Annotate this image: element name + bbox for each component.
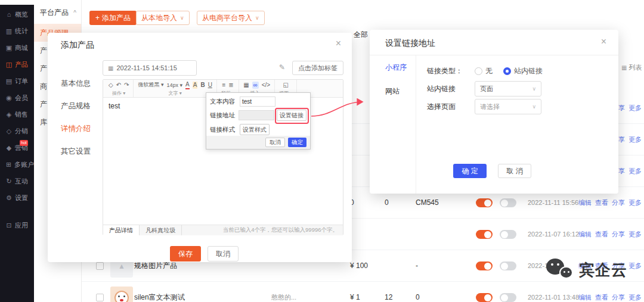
product-code: 0 <box>416 282 420 302</box>
bg-color-icon[interactable]: A <box>193 82 198 89</box>
collapse-icon[interactable]: ^ <box>73 10 76 16</box>
sidebar-item-mall[interactable]: ▣商城 <box>0 39 34 56</box>
status-toggle-off[interactable] <box>500 198 516 207</box>
underline-icon[interactable]: U <box>208 82 212 89</box>
status-toggle-off[interactable] <box>500 261 516 270</box>
editor-tab[interactable]: 产品详情 <box>103 225 140 235</box>
toolbar-icons: 微软雅黑 ▾14px ▾AABU <box>138 81 212 89</box>
bold-icon[interactable]: B <box>200 82 205 89</box>
action-link[interactable]: 更多 <box>628 187 642 219</box>
redo-icon[interactable]: ↷ <box>124 82 129 89</box>
font-color-icon[interactable]: A <box>185 81 190 89</box>
status-toggle-off[interactable] <box>500 293 516 302</box>
code-icon[interactable]: </> <box>262 82 270 89</box>
tag-icon[interactable]: ✎ <box>279 63 285 71</box>
action-link[interactable]: 分享 <box>612 282 625 302</box>
product-thumbnail <box>110 287 133 302</box>
status-toggle-on[interactable] <box>476 230 493 239</box>
action-link[interactable]: 分享 <box>612 219 625 250</box>
add-product-modal: 添加产品 × 基本信息产品规格详情介绍其它设置 ▦ 2022-11-15 14:… <box>48 33 352 262</box>
status-toggle-off[interactable] <box>500 230 516 239</box>
toggle-knob <box>501 263 508 270</box>
sidebar-item-multi-account[interactable]: ⊞多账户 <box>0 156 34 173</box>
confirm-button[interactable]: 确 定 <box>453 164 487 178</box>
action-link[interactable]: 更多 <box>628 250 642 282</box>
action-link[interactable]: 查看 <box>595 219 608 250</box>
link-target-tab[interactable]: 网站 <box>370 79 416 103</box>
image-icon[interactable]: ▦ <box>243 82 249 89</box>
action-link[interactable]: 编辑 <box>578 219 592 250</box>
sidebar-item-label: 概览 <box>15 10 28 19</box>
action-link[interactable]: 更多 <box>628 219 642 250</box>
save-button[interactable]: 保存 <box>170 246 201 261</box>
sidebar-item-stats[interactable]: ▥统计 <box>0 23 34 39</box>
row-checkbox[interactable] <box>96 294 104 301</box>
action-link[interactable]: 更多 <box>628 92 642 124</box>
status-toggle-on[interactable] <box>476 293 493 302</box>
sidebar-item-interaction[interactable]: ↻互动 <box>0 173 34 189</box>
row-date: 2022-11-07 16:12 <box>528 219 579 250</box>
close-icon[interactable]: × <box>336 38 341 49</box>
editor-tab[interactable]: 凡科真垃圾 <box>140 225 182 235</box>
action-link[interactable]: 编辑 <box>578 282 592 302</box>
cancel-button[interactable]: 取消 <box>208 246 239 261</box>
sidebar-item-distribution[interactable]: ◇分销 <box>0 123 34 139</box>
set-style-button[interactable]: 设置样式 <box>240 124 270 135</box>
style-icon[interactable]: ◇ <box>109 82 113 89</box>
link-icon[interactable]: ∞ <box>252 82 259 89</box>
set-link-button[interactable]: 设置链接 <box>277 110 306 121</box>
product-name: silen富文本测试 <box>134 282 185 302</box>
wechat-logo-icon <box>546 257 575 282</box>
popup-cancel-button[interactable]: 取消 <box>265 138 285 147</box>
status-toggle-on[interactable] <box>476 261 493 270</box>
sidebar-item-label: 产品 <box>15 60 28 69</box>
row-checkbox[interactable] <box>96 262 104 270</box>
modal-tab[interactable]: 基本信息 <box>48 72 100 95</box>
action-link[interactable]: 更多 <box>628 282 642 302</box>
radio-none-label[interactable]: 无 <box>485 66 493 76</box>
link-popup: 文本内容 链接地址 设置链接 链接样式 设置样式 取消 确定 <box>206 92 311 150</box>
radio-internal-label[interactable]: 站内链接 <box>514 66 543 76</box>
page-select[interactable]: 请选择 ∨ <box>475 99 541 114</box>
radio-none[interactable] <box>475 67 482 75</box>
sidebar-item-settings[interactable]: ⚙设置 <box>0 189 34 206</box>
sidebar-item-products[interactable]: ◫产品 <box>0 56 34 73</box>
text-content-input[interactable] <box>240 96 275 107</box>
close-icon[interactable]: × <box>601 36 606 47</box>
select-page-label: 选择页面 <box>427 102 475 112</box>
status-toggle-on[interactable] <box>476 198 493 207</box>
action-link[interactable]: 更多 <box>628 124 642 155</box>
toolbar-group-caption[interactable]: 文字 ▾ <box>169 90 182 96</box>
internal-link-label: 站内链接 <box>427 84 475 94</box>
internal-link-select[interactable]: 页面 ∨ <box>475 81 541 96</box>
modal-tab[interactable]: 其它设置 <box>48 140 100 163</box>
modal-tab[interactable]: 详情介绍 <box>48 117 100 140</box>
modal-tab[interactable]: 产品规格 <box>48 95 100 117</box>
action-link[interactable]: 更多 <box>628 155 642 187</box>
sidebar-item-marketing[interactable]: ◆营销hot <box>0 139 34 156</box>
link-target-tab[interactable]: 小程序 <box>370 55 416 79</box>
link-url-input[interactable] <box>239 110 274 120</box>
font-family-select[interactable]: 微软雅黑 ▾ <box>138 81 163 89</box>
sidebar-item-members[interactable]: ◉会员 <box>0 89 34 106</box>
date-input[interactable]: ▦ 2022-11-15 14:51:15 <box>103 60 197 76</box>
cancel-button[interactable]: 取 消 <box>498 164 531 178</box>
sidebar-item-orders[interactable]: ▤订单 <box>0 73 34 89</box>
fullscreen-icon[interactable]: ◱ <box>283 82 289 89</box>
radio-internal-link[interactable] <box>503 67 511 75</box>
font-size-select[interactable]: 14px ▾ <box>167 82 183 88</box>
sidebar-item-overview[interactable]: ⌂概览 <box>0 6 34 23</box>
sidebar-item-apps[interactable]: ⊡应用 <box>0 217 34 233</box>
stats-icon: ▥ <box>5 27 13 35</box>
sidebar-item-label: 互动 <box>15 177 28 186</box>
undo-icon[interactable]: ↶ <box>116 82 121 89</box>
popup-ok-button[interactable]: 确定 <box>288 138 306 147</box>
toolbar-group: 微软雅黑 ▾14px ▾AABU文字 ▾ <box>134 80 216 97</box>
add-tag-button[interactable]: 点击添加标签 <box>292 61 343 75</box>
toolbar-group-caption[interactable]: 操作 ▾ <box>112 90 125 96</box>
sidebar-item-sales[interactable]: ◈销售 <box>0 106 34 123</box>
align-icon[interactable]: ≡ <box>222 82 225 89</box>
sidebar-item-label: 订单 <box>15 77 28 86</box>
list-icon[interactable]: ≣ <box>228 82 233 89</box>
action-link[interactable]: 查看 <box>595 282 608 302</box>
